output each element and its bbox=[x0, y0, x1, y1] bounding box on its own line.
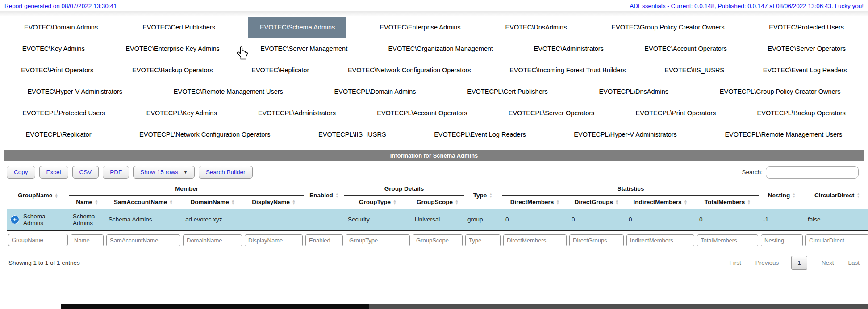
tab-row-4: EVOTEC\Hyper-V AdministratorsEVOTEC\Remo… bbox=[2, 81, 866, 102]
pagination-previous[interactable]: Previous bbox=[755, 259, 779, 266]
tab-evotecpl-server-operators[interactable]: EVOTECPL\Server Operators bbox=[497, 102, 606, 124]
filter-input-name[interactable] bbox=[71, 234, 104, 246]
column-header-grouptype[interactable]: GroupType▲▼ bbox=[344, 196, 411, 209]
tab-evotec-remote-management-users[interactable]: EVOTEC\Remote Management Users bbox=[162, 81, 295, 102]
filter-input-totalmembers[interactable] bbox=[697, 234, 758, 246]
column-header-directgroups[interactable]: DirectGroups▲▼ bbox=[568, 196, 625, 209]
filter-input-directgroups[interactable] bbox=[569, 234, 624, 246]
tab-row-3: EVOTEC\Print OperatorsEVOTEC\Backup Oper… bbox=[2, 59, 866, 81]
filter-input-domainname[interactable] bbox=[183, 234, 242, 246]
tab-evotec-cert-publishers[interactable]: EVOTEC\Cert Publishers bbox=[131, 17, 227, 38]
tab-evotecpl-hyper-v-administrators[interactable]: EVOTECPL\Hyper-V Administrators bbox=[562, 124, 688, 145]
tab-evotecpl-domain-admins[interactable]: EVOTECPL\Domain Admins bbox=[323, 81, 428, 102]
tab-evotec-backup-operators[interactable]: EVOTEC\Backup Operators bbox=[121, 59, 225, 81]
tab-evotecpl-protected-users[interactable]: EVOTECPL\Protected Users bbox=[11, 102, 117, 124]
tab-evotec-incoming-forest-trust-builders[interactable]: EVOTEC\Incoming Forest Trust Builders bbox=[498, 59, 637, 81]
tab-evotec-key-admins[interactable]: EVOTEC\Key Admins bbox=[11, 38, 96, 59]
tab-evotecpl-cert-publishers[interactable]: EVOTECPL\Cert Publishers bbox=[455, 81, 559, 102]
column-header-groupname[interactable]: GroupName▲▼ bbox=[7, 182, 69, 209]
column-header-directmembers[interactable]: DirectMembers▲▼ bbox=[502, 196, 568, 209]
tab-evotec-account-operators[interactable]: EVOTEC\Account Operators bbox=[633, 38, 739, 59]
copy-button[interactable]: Copy bbox=[7, 166, 35, 179]
tab-evotecpl-replicator[interactable]: EVOTECPL\Replicator bbox=[14, 124, 103, 145]
datatable-container: Information for Schema Admins Copy Excel… bbox=[4, 150, 864, 278]
column-header-circulardirect[interactable]: CircularDirect▲▼ bbox=[804, 182, 868, 209]
column-header-indirectmembers[interactable]: IndirectMembers▲▼ bbox=[625, 196, 696, 209]
tab-evotecpl-group-policy-creator-owners[interactable]: EVOTECPL\Group Policy Creator Owners bbox=[708, 81, 852, 102]
tab-evotec-dnsadmins[interactable]: EVOTEC\DnsAdmins bbox=[494, 17, 579, 38]
filter-input-indirectmembers[interactable] bbox=[626, 234, 694, 246]
sort-arrows-icon: ▲▼ bbox=[95, 200, 98, 205]
filter-input-nesting[interactable] bbox=[761, 234, 803, 246]
tab-evotecpl-iis-iusrs[interactable]: EVOTECPL\IIS_IUSRS bbox=[307, 124, 398, 145]
column-header-nesting[interactable]: Nesting▲▼ bbox=[760, 182, 804, 209]
tab-evotec-protected-users[interactable]: EVOTEC\Protected Users bbox=[757, 17, 855, 38]
tab-evotec-domain-admins[interactable]: EVOTEC\Domain Admins bbox=[13, 17, 109, 38]
tab-evotec-print-operators[interactable]: EVOTEC\Print Operators bbox=[9, 59, 105, 81]
pagination-1[interactable]: 1 bbox=[791, 256, 807, 270]
tab-evotec-schema-admins[interactable]: EVOTEC\Schema Admins bbox=[248, 17, 346, 38]
tab-evotecpl-remote-management-users[interactable]: EVOTECPL\Remote Management Users bbox=[713, 124, 854, 145]
tab-evotecpl-administrators[interactable]: EVOTECPL\Administrators bbox=[246, 102, 347, 124]
tab-evotec-enterprise-admins[interactable]: EVOTEC\Enterprise Admins bbox=[368, 17, 472, 38]
pagination-last[interactable]: Last bbox=[848, 259, 860, 266]
tab-evotec-administrators[interactable]: EVOTEC\Administrators bbox=[522, 38, 615, 59]
excel-button[interactable]: Excel bbox=[39, 166, 68, 179]
tab-evotecpl-backup-operators[interactable]: EVOTECPL\Backup Operators bbox=[746, 102, 857, 124]
cell-directgroups: 0 bbox=[568, 209, 625, 231]
tab-evotec-replicator[interactable]: EVOTEC\Replicator bbox=[240, 59, 321, 81]
groups-table: GroupName▲▼MemberEnabled▲▼Group DetailsT… bbox=[7, 182, 868, 249]
csv-button[interactable]: CSV bbox=[72, 166, 99, 179]
tab-evotec-event-log-readers[interactable]: EVOTEC\Event Log Readers bbox=[751, 59, 859, 81]
cell-indirectmembers: 0 bbox=[625, 209, 696, 231]
tab-evotec-enterprise-key-admins[interactable]: EVOTEC\Enterprise Key Admins bbox=[114, 38, 231, 59]
column-header-totalmembers[interactable]: TotalMembers▲▼ bbox=[696, 196, 760, 209]
tab-evotecpl-print-operators[interactable]: EVOTECPL\Print Operators bbox=[624, 102, 728, 124]
column-header-type[interactable]: Type▲▼ bbox=[464, 182, 502, 209]
tab-evotec-server-management[interactable]: EVOTEC\Server Management bbox=[249, 38, 359, 59]
filter-cell-circulardirect bbox=[804, 231, 868, 249]
filter-input-enabled[interactable] bbox=[305, 234, 343, 246]
filter-cell-groupname bbox=[7, 231, 69, 249]
cell-groupname: +Schema Admins bbox=[7, 209, 69, 231]
sort-arrows-icon: ▲▼ bbox=[747, 200, 751, 205]
page-length-dropdown[interactable]: Show 15 rows▼ bbox=[133, 166, 195, 179]
filter-input-circulardirect[interactable] bbox=[805, 234, 868, 246]
tab-evotec-iis-iusrs[interactable]: EVOTEC\IIS_IUSRS bbox=[653, 59, 736, 81]
tab-evotec-server-operators[interactable]: EVOTEC\Server Operators bbox=[756, 38, 857, 59]
cell-displayname bbox=[243, 209, 304, 231]
tab-evotecpl-dnsadmins[interactable]: EVOTECPL\DnsAdmins bbox=[588, 81, 680, 102]
filter-input-displayname[interactable] bbox=[245, 234, 303, 246]
column-header-samaccountname[interactable]: SamAccountName▲▼ bbox=[105, 196, 182, 209]
bottom-bar-gray-segment bbox=[369, 304, 868, 309]
tab-evotecpl-account-operators[interactable]: EVOTECPL\Account Operators bbox=[365, 102, 479, 124]
tab-evotecpl-network-configuration-operators[interactable]: EVOTECPL\Network Configuration Operators bbox=[128, 124, 282, 145]
column-header-groupscope[interactable]: GroupScope▲▼ bbox=[411, 196, 464, 209]
pdf-button[interactable]: PDF bbox=[103, 166, 129, 179]
column-header-enabled[interactable]: Enabled▲▼ bbox=[304, 182, 344, 209]
tab-evotec-hyper-v-administrators[interactable]: EVOTEC\Hyper-V Administrators bbox=[16, 81, 134, 102]
filter-input-directmembers[interactable] bbox=[503, 234, 567, 246]
tab-evotecpl-key-admins[interactable]: EVOTECPL\Key Admins bbox=[135, 102, 229, 124]
pagination-next[interactable]: Next bbox=[822, 259, 834, 266]
search-input[interactable] bbox=[766, 166, 859, 179]
tab-evotec-network-configuration-operators[interactable]: EVOTEC\Network Configuration Operators bbox=[336, 59, 483, 81]
filter-input-type[interactable] bbox=[465, 234, 501, 246]
tab-evotec-group-policy-creator-owners[interactable]: EVOTEC\Group Policy Creator Owners bbox=[600, 17, 736, 38]
page-length-label: Show 15 rows bbox=[140, 169, 178, 175]
column-header-displayname[interactable]: DisplayName▲▼ bbox=[243, 196, 304, 209]
column-header-name[interactable]: Name▲▼ bbox=[69, 196, 105, 209]
filter-input-grouptype[interactable] bbox=[346, 234, 410, 246]
sort-arrows-icon: ▲▼ bbox=[556, 200, 559, 205]
expand-row-button[interactable]: + bbox=[10, 215, 19, 224]
filter-cell-directmembers bbox=[502, 231, 568, 249]
pagination-first[interactable]: First bbox=[729, 259, 741, 266]
filter-input-samaccountname[interactable] bbox=[106, 234, 180, 246]
tab-evotecpl-event-log-readers[interactable]: EVOTECPL\Event Log Readers bbox=[422, 124, 538, 145]
search-builder-button[interactable]: Search Builder bbox=[199, 166, 253, 179]
column-header-domainname[interactable]: DomainName▲▼ bbox=[182, 196, 243, 209]
filter-input-groupname[interactable] bbox=[8, 234, 68, 246]
table-header: GroupName▲▼MemberEnabled▲▼Group DetailsT… bbox=[7, 182, 868, 209]
tab-evotec-organization-management[interactable]: EVOTEC\Organization Management bbox=[377, 38, 505, 59]
filter-input-groupscope[interactable] bbox=[413, 234, 463, 246]
